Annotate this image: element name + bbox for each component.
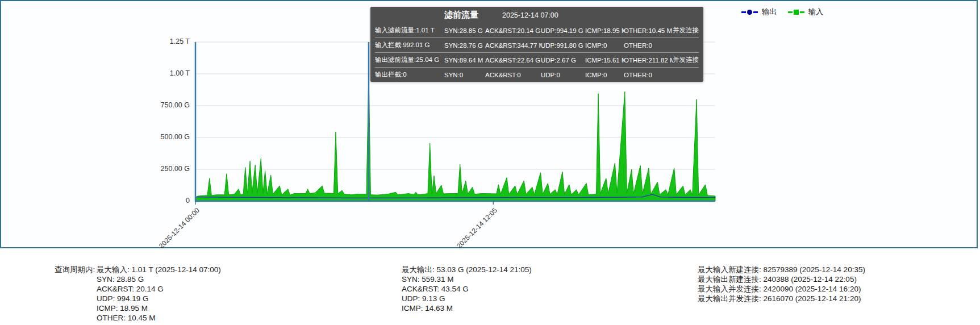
- y-tick-label: 0: [139, 197, 190, 205]
- legend-item-output[interactable]: 输出: [741, 7, 777, 17]
- tooltip-cell: UDP:991.80 G: [541, 42, 585, 49]
- summary-period-label: 查询周期内:: [55, 265, 95, 274]
- tooltip-cell: OTHER:0: [624, 72, 673, 78]
- tooltip-row-input-blocked: 输入拦截:992.01 GSYN:28.76 GACK&RST:344.77 M…: [375, 38, 699, 52]
- summary-line: UDP: 994.19 G: [97, 294, 221, 303]
- summary-line: ICMP: 18.95 M: [97, 303, 221, 313]
- tooltip-cell: ACK&RST:20.14 G: [485, 27, 541, 34]
- tooltip-cell: ICMP:0: [585, 72, 624, 78]
- summary-line: SYN: 559.31 M: [402, 274, 532, 284]
- tooltip-cell: OTHER:0: [624, 42, 673, 49]
- series-input-area: [195, 73, 715, 201]
- tooltip-cell: ICMP:18.95 M: [585, 27, 624, 34]
- summary-max-input-column: 最大输入: 1.01 T (2025-12-14 07:00)SYN: 28.8…: [97, 265, 221, 323]
- traffic-chart-panel: 1.25 T1.00 T750.00 G500.00 G250.00 G0 20…: [0, 0, 978, 248]
- tooltip-cell: ICMP:0: [585, 42, 624, 49]
- tooltip-cell: 输出拦截:0: [375, 70, 444, 79]
- summary-line: 最大输出: 53.03 G (2025-12-14 21:05): [402, 265, 532, 274]
- summary-line: ACK&RST: 20.14 G: [97, 284, 221, 294]
- legend-dash: [788, 11, 793, 13]
- tooltip-cell: ACK&RST:22.64 G: [485, 57, 541, 64]
- tooltip-cell: UDP:994.19 G: [541, 27, 585, 34]
- summary-line: 最大输入并发连接: 2420090 (2025-12-14 16:20): [698, 284, 865, 294]
- legend-label: 输入: [808, 7, 823, 17]
- tooltip-cell: 并发连接:1844673: [673, 56, 699, 64]
- summary-line: OTHER: 10.45 M: [97, 313, 221, 323]
- y-tick-label: 1.00 T: [139, 69, 190, 77]
- legend-dash: [753, 11, 758, 13]
- tooltip-cell: OTHER:10.45 M: [624, 27, 673, 34]
- tooltip-row-input-prefilter: 输入滤前流量:1.01 TSYN:28.85 GACK&RST:20.14 GU…: [375, 23, 699, 38]
- tooltip-row-output-prefilter: 输出滤前流量:25.04 GSYN:89.64 MACK&RST:22.64 G…: [375, 52, 699, 67]
- tooltip-cell: ICMP:15.61 M: [585, 57, 624, 64]
- y-tick-label: 500.00 G: [139, 133, 190, 141]
- y-tick-label: 1.25 T: [139, 38, 190, 45]
- tooltip-rows: 输入滤前流量:1.01 TSYN:28.85 GACK&RST:20.14 GU…: [375, 23, 699, 82]
- tooltip-cell: OTHER:211.82 M: [624, 57, 673, 64]
- chart-legend: 输出输入: [741, 7, 823, 17]
- tooltip-header: 滤前流量 2025-12-14 07:00: [375, 7, 699, 23]
- summary-line: 最大输入: 1.01 T (2025-12-14 07:00): [97, 265, 221, 274]
- tooltip-cell: UDP:2.67 G: [541, 57, 585, 64]
- tooltip-datetime: 2025-12-14 07:00: [502, 11, 558, 19]
- y-tick-label: 250.00 G: [139, 165, 190, 173]
- legend-dash: [800, 11, 804, 13]
- tooltip-cell: 输入滤前流量:1.01 T: [375, 26, 444, 35]
- legend-square-icon: [794, 10, 799, 15]
- tooltip-cell: 输入拦截:992.01 G: [375, 41, 444, 49]
- legend-label: 输出: [762, 7, 777, 17]
- tooltip-cell: SYN:0: [444, 72, 485, 78]
- tooltip-title: 滤前流量: [444, 10, 478, 20]
- tooltip-cell: SYN:28.85 G: [444, 27, 485, 34]
- summary-line: ACK&RST: 43.54 G: [402, 284, 532, 294]
- tooltip-cell: ACK&RST:0: [485, 72, 541, 78]
- summary-line: UDP: 9.13 G: [402, 294, 532, 303]
- summary-line: 最大输出并发连接: 2616070 (2025-12-14 21:20): [698, 294, 865, 303]
- legend-dash: [741, 11, 746, 13]
- summary-max-output-column: 最大输出: 53.03 G (2025-12-14 21:05)SYN: 559…: [402, 265, 532, 313]
- tooltip-cell: 输出滤前流量:25.04 G: [375, 56, 444, 64]
- legend-item-input[interactable]: 输入: [788, 7, 823, 17]
- y-tick-label: 750.00 G: [139, 101, 190, 109]
- summary-line: 最大输出新建连接: 240388 (2025-12-14 22:05): [698, 274, 865, 284]
- chart-tooltip: 滤前流量 2025-12-14 07:00 输入滤前流量:1.01 TSYN:2…: [370, 7, 703, 82]
- tooltip-cell: SYN:89.64 M: [444, 57, 485, 64]
- tooltip-row-output-blocked: 输出拦截:0SYN:0ACK&RST:0UDP:0ICMP:0OTHER:0: [375, 67, 699, 82]
- tooltip-cell: 并发连接:1825747: [673, 26, 699, 35]
- traffic-report-page: 1.25 T1.00 T750.00 G500.00 G250.00 G0 20…: [0, 0, 980, 325]
- summary-section: 查询周期内: 最大输入: 1.01 T (2025-12-14 07:00)SY…: [0, 265, 980, 325]
- summary-line: ICMP: 14.63 M: [402, 303, 532, 313]
- tooltip-cell: UDP:0: [541, 72, 585, 78]
- summary-line: SYN: 28.85 G: [97, 274, 221, 284]
- tooltip-cell: ACK&RST:344.77 M: [485, 42, 541, 49]
- summary-connections-column: 最大输入新建连接: 82579389 (2025-12-14 20:35)最大输…: [698, 265, 865, 303]
- legend-circle-icon: [747, 10, 752, 15]
- tooltip-cell: SYN:28.76 G: [444, 42, 485, 49]
- summary-line: 最大输入新建连接: 82579389 (2025-12-14 20:35): [698, 265, 865, 274]
